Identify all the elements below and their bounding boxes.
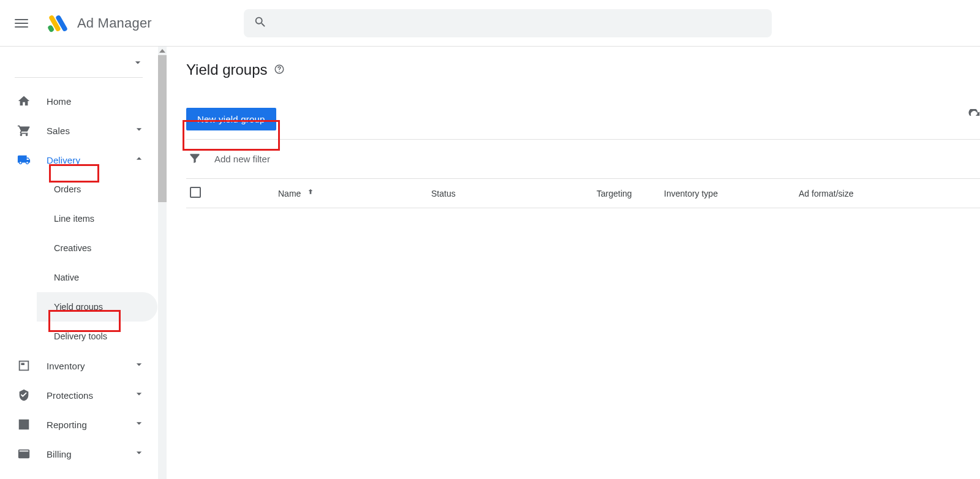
sort-ascending-icon [306, 187, 315, 199]
sidebar: Home Sales Delivery Orders Line items Cr… [0, 47, 158, 479]
chart-icon [17, 418, 34, 431]
sidebar-label-protections: Protections [47, 390, 93, 401]
chevron-down-icon [133, 417, 145, 432]
sidebar-scrollbar[interactable] [158, 47, 167, 479]
column-status[interactable]: Status [431, 189, 597, 198]
add-filter-label: Add new filter [214, 154, 270, 164]
sidebar-divider [15, 77, 143, 78]
new-yield-group-button[interactable]: New yield group [186, 108, 276, 130]
cart-icon [17, 124, 34, 137]
sidebar-collapse-chevron[interactable] [0, 47, 157, 77]
help-icon[interactable] [274, 61, 285, 78]
chevron-down-icon [133, 358, 145, 373]
content-area: Yield groups New yield group Add new fil… [167, 47, 980, 479]
column-targeting[interactable]: Targeting [597, 189, 664, 198]
menu-icon[interactable] [15, 16, 29, 31]
billing-icon [17, 447, 34, 461]
scrollbar-up-icon [159, 49, 165, 53]
select-all-cell[interactable] [186, 187, 278, 200]
shield-icon [17, 388, 34, 402]
scrollbar-thumb[interactable] [158, 55, 167, 202]
ad-manager-logo-icon [47, 12, 70, 35]
sidebar-label-home: Home [47, 96, 71, 107]
chevron-down-icon [133, 123, 145, 138]
column-ad-format-size[interactable]: Ad format/size [799, 189, 970, 198]
sidebar-label-sales: Sales [47, 126, 70, 136]
sidebar-label-inventory: Inventory [47, 361, 85, 371]
search-box[interactable] [244, 9, 772, 37]
refresh-icon[interactable] [968, 109, 980, 125]
page-title: Yield groups [186, 61, 980, 78]
truck-icon [17, 153, 34, 167]
chevron-down-icon [133, 447, 145, 461]
sidebar-sub-creatives[interactable]: Creatives [37, 233, 157, 263]
top-bar: Ad Manager [0, 0, 980, 47]
chevron-up-icon [133, 153, 145, 167]
sidebar-item-inventory[interactable]: Inventory [0, 351, 157, 380]
sidebar-label-delivery: Delivery [47, 155, 80, 165]
chevron-down-icon [132, 56, 144, 71]
sidebar-item-reporting[interactable]: Reporting [0, 410, 157, 439]
sidebar-sub-yield-groups[interactable]: Yield groups [37, 292, 157, 322]
home-icon [17, 94, 34, 108]
filter-row[interactable]: Add new filter [186, 140, 980, 179]
column-inventory-type[interactable]: Inventory type [664, 189, 799, 198]
checkbox-icon[interactable] [190, 187, 201, 198]
app-title: Ad Manager [77, 15, 152, 31]
chevron-down-icon [133, 388, 145, 402]
svg-point-4 [279, 71, 280, 72]
delivery-submenu: Orders Line items Creatives Native Yield… [0, 175, 157, 351]
table-header: Name Status Targeting Inventory type Ad … [186, 179, 980, 208]
toolbar: New yield group [186, 108, 980, 130]
inventory-icon [17, 359, 34, 372]
sidebar-sub-line-items[interactable]: Line items [37, 204, 157, 233]
sidebar-label-billing: Billing [47, 449, 72, 459]
sidebar-sub-orders[interactable]: Orders [37, 175, 157, 204]
sidebar-sub-native[interactable]: Native [37, 263, 157, 292]
sidebar-label-reporting: Reporting [47, 420, 87, 430]
search-input[interactable] [276, 18, 762, 29]
sidebar-item-billing[interactable]: Billing [0, 439, 157, 469]
filter-icon [189, 152, 201, 167]
column-name[interactable]: Name [278, 187, 431, 199]
sidebar-item-home[interactable]: Home [0, 86, 157, 116]
search-icon [254, 15, 267, 31]
app-logo[interactable]: Ad Manager [47, 12, 152, 35]
sidebar-item-delivery[interactable]: Delivery [0, 145, 157, 175]
sidebar-sub-delivery-tools[interactable]: Delivery tools [37, 322, 157, 351]
sidebar-item-protections[interactable]: Protections [0, 380, 157, 410]
sidebar-item-sales[interactable]: Sales [0, 116, 157, 145]
